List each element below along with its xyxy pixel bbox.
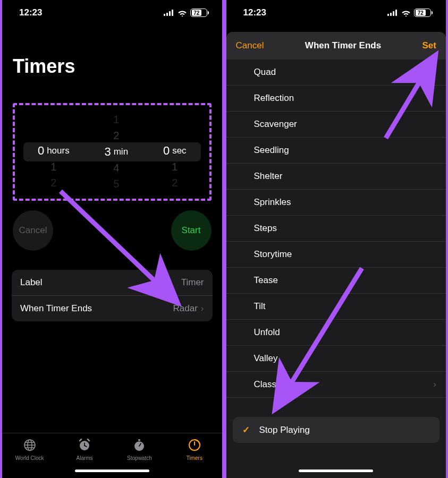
- sound-item[interactable]: Reflection: [226, 86, 446, 112]
- sheet-header: Cancel When Timer Ends Set: [226, 32, 446, 59]
- chevron-right-icon: ›: [201, 303, 204, 314]
- wifi-icon: [401, 10, 411, 16]
- svg-line-13: [88, 439, 89, 441]
- time-picker-highlight: 0hours 1 2 1 2 3min 4 5 0sec 1 2: [13, 103, 212, 201]
- sound-item[interactable]: Tease: [226, 268, 446, 294]
- label-row-title: Label: [20, 277, 43, 288]
- sound-item[interactable]: Valley: [226, 346, 446, 372]
- when-timer-ends-row[interactable]: When Timer Ends Radar ›: [12, 295, 213, 321]
- chevron-right-icon: ›: [433, 379, 436, 390]
- battery-icon: 72: [190, 8, 207, 17]
- svg-rect-2: [169, 11, 171, 16]
- tab-world-clock[interactable]: World Clock: [2, 438, 57, 461]
- minutes-column[interactable]: 1 2 3min 4 5: [104, 115, 128, 189]
- phone-screen-when-timer-ends: 12:23 72 Cancel When Timer Ends Set Quad…: [224, 0, 449, 478]
- svg-rect-23: [395, 10, 397, 16]
- time-picker[interactable]: 0hours 1 2 1 2 3min 4 5 0sec 1 2: [20, 115, 204, 189]
- status-time: 12:23: [243, 7, 266, 18]
- sound-item[interactable]: Shelter: [226, 164, 446, 190]
- sound-item[interactable]: Seedling: [226, 138, 446, 164]
- svg-rect-22: [393, 11, 394, 16]
- cancel-button[interactable]: Cancel: [236, 40, 264, 51]
- globe-icon: [22, 438, 37, 454]
- svg-rect-1: [166, 13, 168, 16]
- when-ends-title: When Timer Ends: [20, 303, 92, 314]
- svg-rect-3: [172, 10, 173, 16]
- stopwatch-icon: [132, 438, 147, 454]
- status-bar: 12:23 72: [2, 0, 222, 25]
- hours-column[interactable]: 0hours 1 2: [38, 115, 70, 189]
- svg-line-12: [80, 439, 81, 441]
- tab-bar: World Clock Alarms Stopwatch Timers: [2, 433, 222, 463]
- stop-playing-label: Stop Playing: [259, 425, 310, 436]
- timer-icon: [187, 438, 202, 454]
- stop-playing-item[interactable]: ✓Stop Playing: [233, 417, 440, 443]
- status-bar: 12:23 72: [226, 0, 446, 25]
- when-ends-value: Radar: [173, 303, 198, 314]
- status-time: 12:23: [19, 7, 42, 18]
- seconds-column[interactable]: 0sec 1 2: [163, 115, 187, 189]
- timer-settings-card: Label Timer When Timer Ends Radar ›: [12, 270, 213, 321]
- sound-item[interactable]: Sprinkles: [226, 190, 446, 216]
- sound-item[interactable]: Scavenger: [226, 112, 446, 138]
- alarm-clock-icon: [77, 438, 92, 454]
- sound-item[interactable]: Quad: [226, 59, 446, 86]
- sound-item[interactable]: Tilt: [226, 294, 446, 320]
- set-button[interactable]: Set: [422, 40, 436, 51]
- sound-item[interactable]: Steps: [226, 216, 446, 242]
- label-row[interactable]: Label Timer: [12, 270, 213, 295]
- svg-rect-15: [138, 439, 140, 441]
- tab-stopwatch[interactable]: Stopwatch: [112, 438, 167, 461]
- home-indicator[interactable]: [2, 463, 222, 478]
- sound-item[interactable]: Classic›: [226, 372, 446, 398]
- svg-rect-0: [164, 14, 165, 16]
- label-row-value: Timer: [181, 277, 204, 288]
- cancel-button[interactable]: Cancel: [13, 210, 53, 251]
- sound-item[interactable]: Unfold: [226, 320, 446, 346]
- home-indicator[interactable]: [226, 463, 446, 478]
- sheet-title: When Timer Ends: [305, 40, 381, 51]
- sound-list[interactable]: QuadReflectionScavengerSeedlingShelterSp…: [226, 59, 446, 478]
- sound-item[interactable]: Storytime: [226, 242, 446, 268]
- tab-timers[interactable]: Timers: [167, 438, 222, 461]
- svg-rect-21: [390, 13, 392, 16]
- cellular-signal-icon: [164, 10, 174, 16]
- phone-screen-timers: 12:23 72 Timers 0hours 1 2 1 2: [0, 0, 224, 478]
- battery-icon: 72: [414, 8, 431, 17]
- modal-sheet: Cancel When Timer Ends Set QuadReflectio…: [226, 32, 446, 478]
- cellular-signal-icon: [387, 10, 398, 16]
- checkmark-icon: ✓: [242, 424, 250, 436]
- page-title: Timers: [2, 25, 222, 90]
- start-button[interactable]: Start: [171, 210, 212, 251]
- svg-rect-20: [387, 14, 389, 16]
- tab-alarms[interactable]: Alarms: [57, 438, 112, 461]
- wifi-icon: [177, 10, 187, 16]
